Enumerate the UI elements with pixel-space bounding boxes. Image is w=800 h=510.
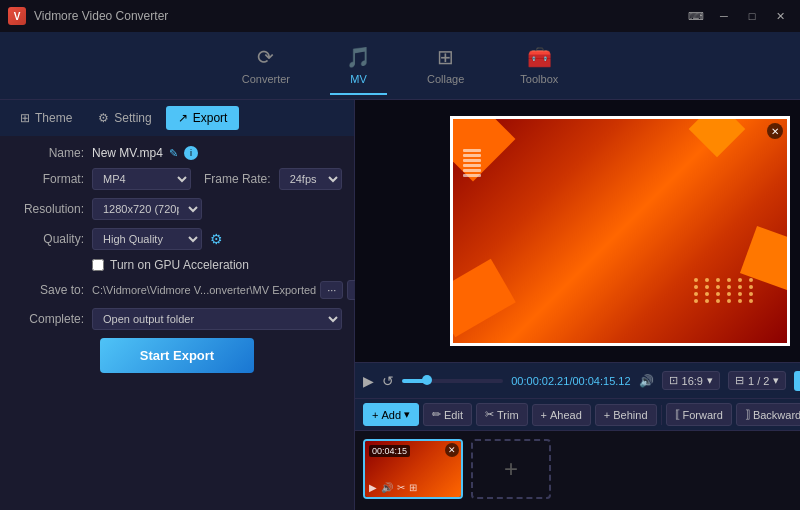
name-label: Name: — [12, 146, 84, 160]
name-row: Name: New MV.mp4 ✎ i — [12, 146, 342, 160]
thumb-time: 00:04:15 — [369, 445, 410, 457]
edit-btn[interactable]: ✏ Edit — [423, 403, 472, 426]
forward-icon: ⟦ — [675, 408, 680, 421]
aspect-ratio-selector[interactable]: ⊡ 16:9 ▾ — [662, 371, 720, 390]
timeline: 00:04:15 ✕ ▶ 🔊 ✂ ⊞ + 1 / 1 — [355, 430, 800, 510]
complete-label: Complete: — [12, 312, 84, 326]
tab-mv[interactable]: 🎵 MV — [330, 37, 387, 95]
collage-icon: ⊞ — [437, 45, 454, 69]
add-label: Add — [381, 409, 401, 421]
replay-btn[interactable]: ↺ — [382, 373, 394, 389]
tab-mv-label: MV — [350, 73, 367, 85]
app-title: Vidmore Video Converter — [34, 9, 168, 23]
framerate-label: Frame Rate: — [199, 172, 271, 186]
backward-label: Backward — [753, 409, 800, 421]
tab-collage-label: Collage — [427, 73, 464, 85]
thumb-vol-icon[interactable]: 🔊 — [381, 482, 393, 493]
format-row: Format: MP4MKVAVI Frame Rate: 24fps30fps… — [12, 168, 342, 190]
save-path-row: C:\Vidmore\Vidmore V...onverter\MV Expor… — [92, 280, 376, 300]
converter-icon: ⟳ — [257, 45, 274, 69]
add-icon: + — [372, 409, 378, 421]
maximize-btn[interactable]: □ — [740, 7, 764, 25]
behind-btn[interactable]: + Behind — [595, 404, 657, 426]
forward-label: Forward — [683, 409, 723, 421]
gpu-row: Turn on GPU Acceleration — [12, 258, 342, 272]
time-total: 00:04:15.12 — [572, 375, 630, 387]
resolution-row: Resolution: 1280x720 (720p)1920x1080 (10… — [12, 198, 342, 220]
app-icon: V — [8, 7, 26, 25]
add-btn[interactable]: + Add ▾ — [363, 403, 419, 426]
quality-select[interactable]: High QualityMedium QualityLow Quality — [92, 228, 202, 250]
subtab-setting[interactable]: ⚙ Setting — [86, 106, 163, 130]
trim-btn[interactable]: ✂ Trim — [476, 403, 528, 426]
corner-decoration-tr — [689, 119, 746, 157]
tab-toolbox[interactable]: 🧰 Toolbox — [504, 37, 574, 95]
edit-icon[interactable]: ✎ — [169, 147, 178, 160]
edit-icon: ✏ — [432, 408, 441, 421]
saveto-label: Save to: — [12, 283, 84, 297]
nav-tabs: ⟳ Converter 🎵 MV ⊞ Collage 🧰 Toolbox — [0, 32, 800, 100]
theme-tab-label: Theme — [35, 111, 72, 125]
export-tab-label: Export — [193, 111, 228, 125]
start-export-small-btn[interactable]: Start Export — [794, 371, 800, 391]
tab-toolbox-label: Toolbox — [520, 73, 558, 85]
volume-btn[interactable]: 🔊 — [639, 374, 654, 388]
framerate-select[interactable]: 24fps30fps60fps — [279, 168, 342, 190]
trim-icon: ✂ — [485, 408, 494, 421]
name-value: New MV.mp4 — [92, 146, 163, 160]
toolbox-icon: 🧰 — [527, 45, 552, 69]
add-clip-icon: + — [504, 455, 518, 483]
thumb-clip-icon[interactable]: ⊞ — [409, 482, 417, 493]
sub-tabs: ⊞ Theme ⚙ Setting ↗ Export — [0, 100, 354, 136]
info-icon[interactable]: i — [184, 146, 198, 160]
mv-icon: 🎵 — [346, 45, 371, 69]
titlebar: V Vidmore Video Converter ⌨ ─ □ ✕ — [0, 0, 800, 32]
thumb-play-icon[interactable]: ▶ — [369, 482, 377, 493]
add-clip-btn[interactable]: + — [471, 439, 551, 499]
left-panel: ⊞ Theme ⚙ Setting ↗ Export Name: New MV.… — [0, 100, 355, 510]
browse-dots-btn[interactable]: ··· — [320, 281, 343, 299]
video-content — [453, 119, 787, 343]
split-value: 1 / 2 — [748, 375, 769, 387]
start-export-button[interactable]: Start Export — [100, 338, 254, 373]
corner-decoration-bl — [453, 259, 516, 337]
resolution-select[interactable]: 1280x720 (720p)1920x1080 (1080p) — [92, 198, 202, 220]
dots-decoration — [694, 278, 757, 303]
progress-bar[interactable] — [402, 379, 503, 383]
ahead-icon: + — [541, 409, 547, 421]
video-preview: ✕ — [355, 100, 800, 362]
edit-label: Edit — [444, 409, 463, 421]
time-display: 00:00:02.21/00:04:15.12 — [511, 375, 630, 387]
gpu-checkbox[interactable] — [92, 259, 104, 271]
ahead-btn[interactable]: + Ahead — [532, 404, 591, 426]
complete-row: Complete: Open output folderDo nothing — [12, 308, 342, 330]
close-btn[interactable]: ✕ — [768, 7, 792, 25]
minimize-btn[interactable]: ─ — [712, 7, 736, 25]
thumb-edit-icon[interactable]: ✂ — [397, 482, 405, 493]
timeline-thumb-1[interactable]: 00:04:15 ✕ ▶ 🔊 ✂ ⊞ — [363, 439, 463, 499]
theme-tab-icon: ⊞ — [20, 111, 30, 125]
format-select[interactable]: MP4MKVAVI — [92, 168, 191, 190]
thumb-close-btn[interactable]: ✕ — [445, 443, 459, 457]
subtab-theme[interactable]: ⊞ Theme — [8, 106, 84, 130]
tab-collage[interactable]: ⊞ Collage — [411, 37, 480, 95]
subtab-export[interactable]: ↗ Export — [166, 106, 240, 130]
gpu-label: Turn on GPU Acceleration — [110, 258, 249, 272]
forward-btn[interactable]: ⟦ Forward — [666, 403, 732, 426]
titlebar-left: V Vidmore Video Converter — [8, 7, 168, 25]
video-controls-bar: ▶ ↺ 00:00:02.21/00:04:15.12 🔊 ⊡ 16:9 ▾ ⊟… — [355, 362, 800, 398]
quality-row: Quality: High QualityMedium QualityLow Q… — [12, 228, 342, 250]
resolution-label: Resolution: — [12, 202, 84, 216]
play-btn[interactable]: ▶ — [363, 373, 374, 389]
video-frame: ✕ — [450, 116, 790, 346]
tab-converter[interactable]: ⟳ Converter — [226, 37, 306, 95]
titlebar-controls: ⌨ ─ □ ✕ — [684, 7, 792, 25]
setting-tab-icon: ⚙ — [98, 111, 109, 125]
backward-btn[interactable]: ⟧ Backward — [736, 403, 800, 426]
complete-select[interactable]: Open output folderDo nothing — [92, 308, 342, 330]
right-panel: ✕ ▶ ↺ 00:00:02.21/00:04:15.12 🔊 ⊡ 16:9 ▾… — [355, 100, 800, 510]
saveto-row: Save to: C:\Vidmore\Vidmore V...onverter… — [12, 280, 342, 300]
keyboard-btn[interactable]: ⌨ — [684, 7, 708, 25]
split-selector[interactable]: ⊟ 1 / 2 ▾ — [728, 371, 786, 390]
quality-gear-icon[interactable]: ⚙ — [210, 231, 223, 247]
